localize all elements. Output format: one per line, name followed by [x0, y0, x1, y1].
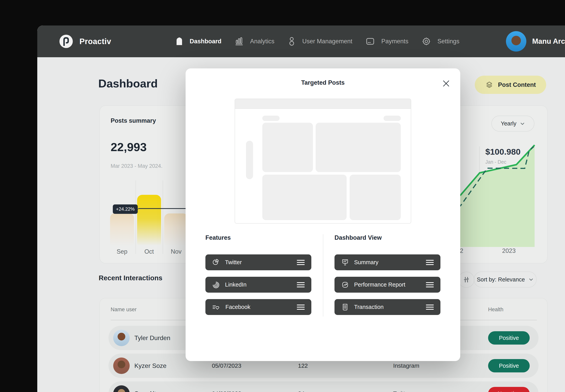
proactiv-logo — [59, 35, 73, 48]
nav-item-settings[interactable]: Settings — [422, 37, 460, 45]
view-item-summary[interactable]: Summary — [334, 254, 440, 270]
feature-item-facebook[interactable]: Facebook — [205, 299, 311, 315]
preview-panel — [316, 123, 401, 172]
features-title: Features — [205, 234, 231, 241]
preview-panel — [262, 123, 313, 172]
views-title: Dashboard View — [334, 234, 382, 241]
row-date: 04/08/2023 — [212, 390, 241, 392]
user-icon — [288, 37, 295, 46]
drag-item-label: Twitter — [225, 259, 242, 266]
posts-summary-value: 22,993 — [111, 140, 147, 154]
chart-tooltip: +24.22% — [113, 204, 138, 214]
home-icon — [176, 37, 183, 45]
bar-nov[interactable] — [164, 213, 188, 247]
sort-dropdown[interactable]: Sort by: Relevance — [474, 271, 536, 288]
drag-item-label: LinkedIn — [225, 281, 247, 288]
post-content-label: Post Content — [498, 81, 536, 88]
preview-sidebar — [246, 141, 253, 179]
gear-icon — [422, 37, 431, 45]
nav-item-analytics[interactable]: Analytics — [235, 37, 274, 46]
nav-label: Payments — [381, 38, 408, 45]
nav-label: User Management — [302, 38, 352, 45]
preview-panel — [262, 175, 347, 220]
chevron-down-icon — [529, 277, 534, 282]
row-name: Tyler Durden — [134, 334, 170, 342]
sort-value: Sort by: Relevance — [477, 276, 525, 283]
health-badge: Positive — [488, 331, 530, 345]
feature-item-linkedin[interactable]: LinkedIn — [205, 277, 311, 293]
list-heart-icon — [212, 303, 220, 311]
nav-item-payments[interactable]: Payments — [366, 38, 408, 45]
drag-handle-icon[interactable] — [297, 260, 305, 265]
nav-user[interactable]: Manu Arc — [506, 31, 565, 52]
row-platform: Twitter — [393, 390, 410, 392]
top-navbar: Proactiv Dashboard — [37, 26, 565, 57]
x-label-2023: 2023 — [494, 247, 524, 254]
nav-item-user-management[interactable]: User Management — [288, 37, 352, 46]
drag-handle-icon[interactable] — [426, 282, 434, 287]
row-platform: Instagram — [393, 363, 419, 369]
period-dropdown[interactable]: Yearly — [491, 116, 535, 131]
sliders-icon — [463, 276, 470, 283]
x-label-oct: Oct — [135, 248, 163, 255]
recent-interactions-title: Recent Interactions — [99, 274, 163, 282]
dashboard-preview — [235, 98, 411, 224]
bar-sep[interactable] — [110, 213, 134, 248]
revenue-range: Jan - Dec — [485, 159, 506, 165]
row-views: 122 — [298, 363, 308, 369]
feature-item-twitter[interactable]: Twitter — [205, 254, 311, 270]
presentation-icon — [341, 259, 349, 266]
avatar — [113, 358, 130, 374]
avatar — [113, 330, 130, 346]
column-divider — [323, 234, 323, 317]
nav-label: Dashboard — [190, 38, 222, 45]
nav-items: Dashboard Analytics — [176, 37, 460, 46]
receipt-icon — [341, 303, 349, 311]
trend-icon — [341, 281, 349, 289]
drag-item-label: Summary — [354, 259, 378, 266]
posts-summary-range: Mar 2023 - May 2024. — [111, 163, 163, 169]
chart-gridline — [163, 180, 163, 254]
drag-handle-icon[interactable] — [297, 305, 305, 310]
view-item-performance-report[interactable]: Performance Report — [334, 277, 440, 293]
row-date: 05/07/2023 — [212, 363, 241, 369]
drag-item-label: Performance Report — [354, 281, 405, 288]
row-name: Kyzer Soze — [134, 362, 166, 369]
drag-handle-icon[interactable] — [426, 260, 434, 265]
logo-glyph-icon — [62, 37, 70, 46]
drag-item-label: Transaction — [354, 304, 384, 310]
x-label-sep: Sep — [108, 248, 135, 255]
modal-title: Targeted Posts — [186, 79, 460, 86]
page-title: Dashboard — [98, 77, 158, 90]
credit-card-icon — [366, 38, 374, 45]
table-row[interactable]: Sam Altman 04/08/2023 84 Twitter Negativ… — [108, 381, 538, 392]
preview-panel — [350, 175, 401, 220]
drag-handle-icon[interactable] — [297, 282, 305, 287]
row-name: Sam Altman — [134, 390, 168, 392]
post-content-button[interactable]: Post Content — [475, 76, 546, 94]
brand-name: Proactiv — [79, 37, 111, 46]
preview-header-bar — [235, 99, 411, 109]
health-badge: Positive — [488, 359, 530, 372]
posts-summary-title: Posts summary — [111, 117, 156, 124]
column-header-health: Health — [488, 307, 503, 313]
bar-oct[interactable] — [137, 195, 161, 248]
chart-gridline — [135, 180, 136, 254]
user-name: Manu Arc — [532, 37, 565, 45]
period-value: Yearly — [501, 120, 517, 127]
health-badge: Negative — [488, 387, 530, 392]
nav-label: Analytics — [250, 38, 274, 45]
layers-icon — [485, 81, 493, 89]
nav-item-dashboard[interactable]: Dashboard — [176, 37, 222, 45]
filter-button[interactable] — [458, 272, 474, 288]
view-item-transaction[interactable]: Transaction — [334, 299, 440, 315]
nav-label: Settings — [437, 38, 460, 45]
close-icon[interactable] — [442, 79, 450, 88]
bar-chart-icon — [235, 37, 243, 46]
targeted-posts-modal: Targeted Posts Features Dashboard View — [186, 69, 460, 361]
drag-handle-icon[interactable] — [426, 305, 434, 310]
preview-pill — [384, 116, 401, 121]
user-avatar[interactable] — [506, 31, 526, 52]
screen: Proactiv Dashboard — [0, 0, 565, 392]
chevron-down-icon — [520, 121, 525, 126]
